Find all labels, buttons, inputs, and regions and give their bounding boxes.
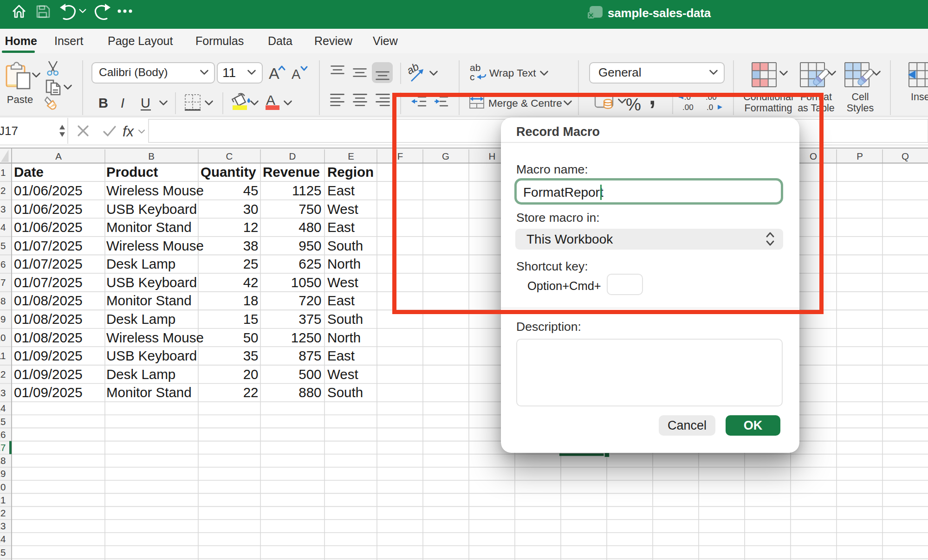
svg-text:C: C: [226, 151, 233, 161]
svg-text:950: 950: [299, 238, 321, 253]
svg-text:01/06/2025: 01/06/2025: [14, 219, 83, 235]
svg-text:J17: J17: [0, 124, 18, 138]
svg-text:6: 6: [0, 259, 6, 270]
svg-text:sample-sales-data: sample-sales-data: [608, 6, 711, 20]
svg-text:Region: Region: [327, 164, 374, 180]
svg-text:Product: Product: [106, 164, 158, 180]
svg-text:A: A: [292, 67, 301, 82]
svg-text:Date: Date: [14, 164, 44, 180]
svg-text:01/06/2025: 01/06/2025: [14, 183, 83, 198]
svg-text:fx: fx: [123, 123, 135, 140]
svg-text:2: 2: [0, 185, 6, 196]
svg-text:01/07/2025: 01/07/2025: [14, 238, 83, 253]
svg-text:720: 720: [299, 293, 321, 308]
svg-text:General: General: [598, 65, 642, 79]
svg-text:38: 38: [243, 238, 259, 253]
svg-text:A: A: [55, 151, 62, 161]
svg-text:22: 22: [0, 508, 6, 518]
svg-text:Cell: Cell: [851, 91, 869, 103]
svg-text:11: 11: [222, 65, 236, 80]
svg-text:1: 1: [0, 167, 6, 178]
svg-text:01/07/2025: 01/07/2025: [14, 256, 83, 271]
svg-text:A: A: [269, 64, 279, 82]
svg-text:20: 20: [243, 367, 259, 382]
svg-text:15: 15: [0, 416, 6, 427]
svg-text:U: U: [141, 96, 150, 110]
svg-text:750: 750: [299, 201, 321, 217]
svg-text:16: 16: [0, 429, 6, 440]
svg-text:12: 12: [243, 219, 259, 235]
svg-text:Quantity: Quantity: [201, 164, 256, 180]
svg-text:Revenue: Revenue: [263, 164, 320, 180]
svg-text:01/07/2025: 01/07/2025: [14, 275, 83, 290]
svg-text:625: 625: [299, 256, 321, 271]
svg-text:8: 8: [0, 296, 6, 306]
svg-text:South: South: [327, 238, 363, 253]
svg-text:20: 20: [0, 482, 6, 492]
svg-text:01/06/2025: 01/06/2025: [14, 201, 83, 217]
svg-text:Q: Q: [902, 151, 909, 161]
svg-text:13: 13: [0, 387, 6, 398]
svg-text:B: B: [98, 96, 108, 110]
svg-text:Monitor Stand: Monitor Stand: [106, 219, 192, 235]
svg-text:USB Keyboard: USB Keyboard: [106, 201, 197, 217]
svg-text:East: East: [327, 183, 355, 198]
svg-text:USB Keyboard: USB Keyboard: [106, 275, 197, 290]
svg-text:4: 4: [0, 222, 6, 232]
svg-text:01/09/2025: 01/09/2025: [14, 367, 83, 382]
svg-text:Inser: Inser: [911, 91, 928, 103]
svg-text:West: West: [327, 367, 358, 382]
svg-text:South: South: [327, 385, 363, 400]
svg-text:1050: 1050: [291, 275, 322, 290]
svg-text:25: 25: [0, 547, 6, 558]
svg-text:Desk Lamp: Desk Lamp: [106, 256, 175, 271]
svg-text:East: East: [327, 219, 355, 235]
svg-text:E: E: [348, 151, 354, 161]
svg-text:3: 3: [0, 204, 6, 214]
svg-text:North: North: [327, 330, 361, 345]
svg-text:B: B: [148, 151, 155, 161]
svg-text:24: 24: [0, 534, 6, 544]
svg-text:18: 18: [0, 455, 6, 466]
svg-text:5: 5: [0, 240, 6, 251]
svg-text:Wrap Text: Wrap Text: [489, 67, 536, 79]
svg-text:875: 875: [299, 348, 321, 363]
svg-text:30: 30: [243, 201, 259, 217]
svg-text:1125: 1125: [292, 183, 321, 198]
svg-text:21: 21: [0, 495, 6, 505]
svg-text:25: 25: [243, 256, 259, 271]
svg-text:Styles: Styles: [847, 103, 874, 114]
svg-text:01/09/2025: 01/09/2025: [14, 348, 83, 363]
svg-text:11: 11: [0, 350, 6, 361]
svg-text:01/09/2025: 01/09/2025: [14, 385, 83, 400]
svg-text:Desk Lamp: Desk Lamp: [106, 367, 175, 382]
svg-text:15: 15: [243, 311, 259, 327]
svg-text:42: 42: [243, 275, 259, 290]
svg-text:P: P: [857, 151, 863, 161]
svg-text:Paste: Paste: [7, 94, 33, 105]
svg-text:45: 45: [243, 183, 259, 198]
svg-text:7: 7: [0, 277, 6, 288]
svg-text:South: South: [327, 311, 363, 327]
svg-text:01/08/2025: 01/08/2025: [14, 293, 83, 308]
svg-text:West: West: [327, 201, 358, 217]
svg-text:19: 19: [0, 468, 6, 479]
svg-text:10: 10: [0, 332, 6, 343]
svg-text:480: 480: [299, 219, 321, 235]
svg-text:14: 14: [0, 403, 6, 413]
svg-text:12: 12: [0, 369, 6, 380]
svg-text:Wireless Mouse: Wireless Mouse: [106, 238, 204, 253]
svg-text:50: 50: [243, 330, 259, 345]
svg-text:1250: 1250: [291, 330, 322, 345]
svg-text:Desk Lamp: Desk Lamp: [106, 311, 175, 327]
svg-text:23: 23: [0, 521, 6, 531]
svg-text:Wireless Mouse: Wireless Mouse: [106, 330, 204, 345]
svg-text:Monitor Stand: Monitor Stand: [106, 385, 192, 400]
svg-text:35: 35: [243, 348, 259, 363]
svg-text:18: 18: [243, 293, 259, 308]
svg-text:375: 375: [299, 311, 321, 327]
svg-text:01/08/2025: 01/08/2025: [14, 311, 83, 327]
svg-text:USB Keyboard: USB Keyboard: [106, 348, 197, 363]
svg-text:East: East: [327, 293, 355, 308]
svg-text:A: A: [266, 92, 275, 108]
